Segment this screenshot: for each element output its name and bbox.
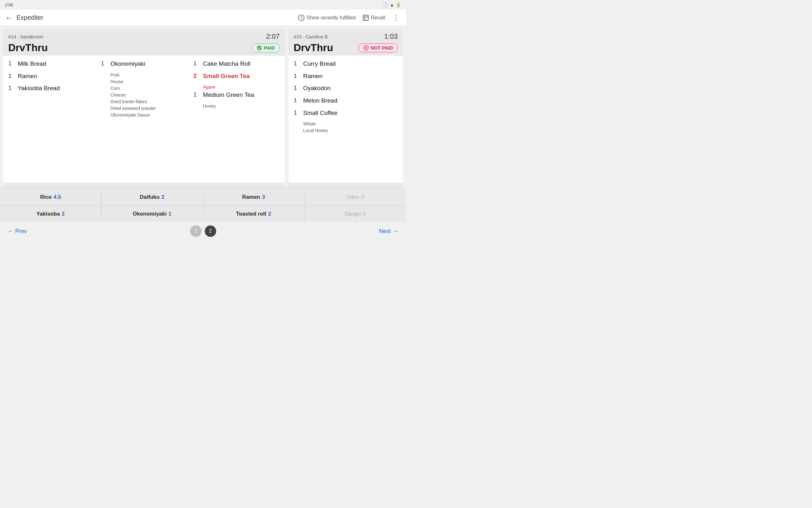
item-qty: 1: [294, 84, 300, 91]
summary-item-yakisoba[interactable]: Yakisoba 2: [0, 206, 101, 222]
order-time-1: 2:07: [266, 32, 280, 41]
item-modifier: Cheese: [110, 92, 187, 97]
order-header-1: #14 · Sanderson 2:07 DrvThru PAID: [3, 29, 285, 55]
item-name: Small Green Tea: [203, 72, 250, 80]
item-modifier: Okonomiyaki Sauce: [110, 113, 187, 118]
item-qty: 1: [8, 60, 14, 67]
order-header-2: #15 · Caroline B 1:03 DrvThru NOT PAID: [288, 29, 403, 55]
list-item: 1 Melon Bread: [294, 97, 398, 105]
list-item: 1 Small Coffee: [294, 109, 398, 117]
x-circle-icon: [363, 45, 369, 51]
clock-icon: [298, 14, 305, 21]
recall-icon: [362, 14, 369, 21]
order-type-2: DrvThru: [294, 42, 333, 54]
summary-item-daifuku[interactable]: Daifuku 2: [101, 188, 203, 206]
summary-label: Okonomiyaki: [133, 211, 167, 217]
item-qty: 1: [101, 60, 107, 67]
clock-icon: 🕐: [383, 3, 388, 7]
back-button[interactable]: ←: [5, 13, 13, 22]
item-qty: 1: [294, 72, 300, 79]
summary-item-okonomiyaki[interactable]: Okonomiyaki 1: [101, 206, 203, 222]
item-modifier: Dried bonito flakes: [110, 99, 187, 104]
prev-button[interactable]: ← Prev: [8, 228, 27, 235]
summary-count: 2: [268, 211, 271, 217]
item-qty: 1: [193, 91, 200, 98]
order-card-1: #14 · Sanderson 2:07 DrvThru PAID 1: [3, 29, 285, 188]
item-modifier: Whole: [303, 121, 398, 126]
item-name: Melon Bread: [303, 97, 337, 105]
summary-count: 2: [162, 194, 165, 200]
list-item: 1 Cake Matcha Roll: [193, 60, 280, 68]
item-name: Medium Green Tea: [203, 91, 254, 99]
list-item: 1 Yakisoba Bread: [8, 84, 95, 92]
not-paid-label: NOT PAID: [370, 45, 393, 50]
more-button[interactable]: ⋮: [392, 14, 401, 22]
item-qty: 1: [294, 97, 300, 104]
cards-area: #14 · Sanderson 2:07 DrvThru PAID 1: [0, 26, 406, 188]
order-time-2: 1:03: [384, 32, 398, 41]
item-name: Curry Bread: [303, 60, 335, 68]
order-col-1-3: 1 Cake Matcha Roll 2 Small Green Tea Aga…: [193, 60, 280, 178]
show-recently-fulfilled-button[interactable]: Show recently fulfilled: [298, 14, 356, 21]
list-item: 2 Small Green Tea: [193, 72, 280, 80]
item-name: Oyakodon: [303, 84, 331, 92]
summary-count: 1: [169, 211, 171, 217]
next-label: Next: [379, 228, 391, 235]
page-num: 1: [194, 228, 197, 234]
summary-label: Toasted roll: [236, 211, 266, 217]
item-modifier: Honey: [203, 103, 280, 109]
clock-display: 2:56: [5, 3, 13, 7]
signal-icon: ▲: [390, 3, 394, 7]
summary-count: 4.5: [54, 194, 61, 200]
recall-button[interactable]: Recall: [362, 14, 385, 21]
summary-count: 2: [62, 211, 65, 217]
item-qty: 1: [8, 72, 14, 79]
item-qty: 2: [193, 72, 200, 79]
prev-label: Prev: [15, 228, 27, 235]
next-arrow-icon: →: [393, 228, 398, 235]
item-modifier: Agave: [203, 84, 280, 89]
summary-item-udon[interactable]: Udon 0: [305, 188, 406, 206]
next-button[interactable]: Next →: [379, 228, 398, 235]
list-item: 1 Curry Bread: [294, 60, 398, 68]
recall-label: Recall: [371, 15, 385, 20]
svg-rect-1: [363, 15, 368, 20]
list-item: 1 Oyakodon: [294, 84, 398, 92]
item-name: Ramen: [303, 72, 322, 80]
item-name: Okonomiyaki: [110, 60, 145, 68]
item-name: Ramen: [18, 72, 37, 80]
order-card-2: #15 · Caroline B 1:03 DrvThru NOT PAID 1: [288, 29, 403, 188]
list-item: 1 Medium Green Tea: [193, 91, 280, 99]
item-name: Small Coffee: [303, 109, 337, 117]
list-item: 1 Milk Bread: [8, 60, 95, 68]
page-num: 2: [209, 228, 212, 234]
top-bar: ← Expediter Show recently fulfilled Reca…: [0, 9, 406, 26]
pagination: ← Prev 1 2 Next →: [0, 222, 406, 241]
list-item: 1 Okonomiyaki: [101, 60, 187, 68]
item-qty: 1: [294, 109, 300, 116]
summary-item-toasted-roll[interactable]: Toasted roll 2: [203, 206, 305, 222]
summary-count: 0: [362, 211, 365, 217]
order-items-1: 1 Milk Bread 1 Ramen 1 Yakisoba Bread 1 …: [3, 55, 285, 182]
app-title: Expediter: [16, 14, 44, 21]
item-qty: 1: [193, 60, 200, 67]
item-modifier: House: [110, 79, 187, 84]
summary-label: Ramen: [242, 194, 260, 200]
order-id-1: #14 · Sanderson: [8, 34, 43, 39]
summary-count: 3: [262, 194, 265, 200]
paid-label: PAID: [264, 45, 275, 50]
summary-label: Yakisoba: [37, 211, 60, 217]
summary-item-dango[interactable]: Dango 0: [305, 206, 406, 222]
summary-label: Rice: [40, 194, 52, 200]
order-type-1: DrvThru: [8, 42, 48, 54]
page-dots: 1 2: [190, 225, 216, 237]
summary-item-ramen[interactable]: Ramen 3: [203, 188, 305, 206]
item-modifier: Corn: [110, 86, 187, 91]
battery-icon: 🔋: [396, 3, 401, 7]
page-dot-2[interactable]: 2: [205, 225, 216, 237]
prev-arrow-icon: ←: [8, 228, 13, 235]
order-id-2: #15 · Caroline B: [294, 34, 328, 39]
summary-item-rice[interactable]: Rice 4.5: [0, 188, 101, 206]
not-paid-badge: NOT PAID: [358, 43, 398, 52]
page-dot-1[interactable]: 1: [190, 225, 201, 237]
